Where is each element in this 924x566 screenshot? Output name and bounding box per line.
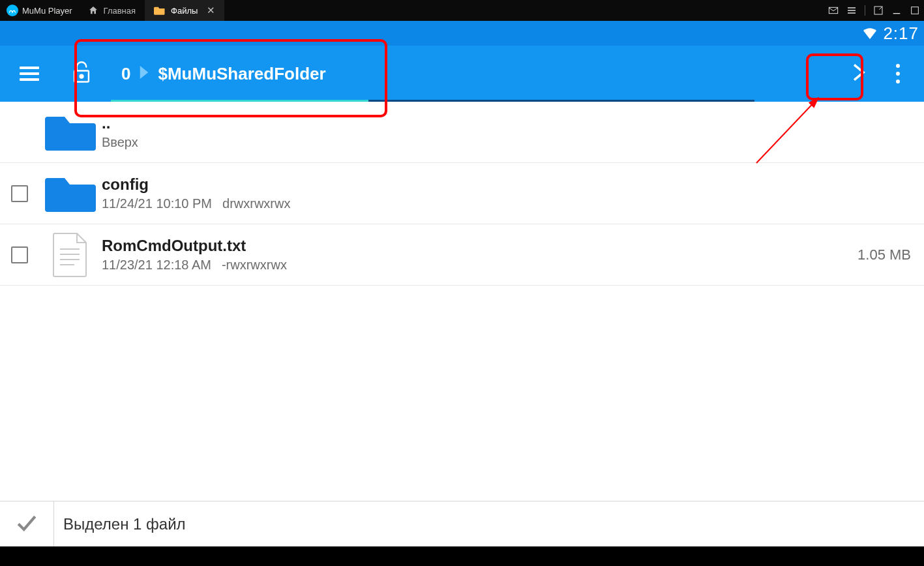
mail-icon[interactable] (828, 5, 839, 16)
android-nav-bar (0, 546, 924, 566)
item-name: RomCmdOutput.txt (102, 237, 857, 255)
forward-icon[interactable] (852, 63, 865, 84)
fullscreen-icon[interactable] (873, 5, 884, 16)
brand-label: MuMu Player (22, 6, 72, 16)
separator (865, 5, 865, 16)
chevron-right-icon (140, 66, 149, 82)
folder-icon (39, 112, 102, 153)
svg-rect-2 (912, 7, 919, 14)
item-name: .. (102, 114, 911, 132)
row-checkbox[interactable] (0, 246, 39, 263)
more-menu-icon[interactable] (890, 64, 906, 83)
item-sublabel: Вверх (102, 135, 911, 150)
breadcrumb-count: 0 (121, 64, 130, 84)
item-date: 11/23/21 12:18 AM (102, 258, 211, 273)
row-checkbox[interactable] (0, 185, 39, 202)
lock-open-icon[interactable] (72, 61, 91, 86)
maximize-icon[interactable] (910, 5, 920, 16)
minimize-icon[interactable] (891, 5, 902, 16)
list-item[interactable]: config 11/24/21 10:10 PM drwxrwxrwx (0, 163, 924, 224)
item-name: config (102, 175, 911, 194)
folder-icon (39, 173, 102, 215)
titlebar-controls (828, 0, 920, 21)
item-size: 1.05 MB (857, 246, 911, 263)
tab-home[interactable]: Главная (79, 0, 145, 21)
item-permissions: drwxrwxrwx (222, 196, 290, 211)
svg-rect-0 (829, 7, 837, 13)
file-list: .. Вверх config 11/24/21 10:10 PM drwxrw… (0, 102, 924, 286)
item-permissions: -rwxrwxrwx (222, 258, 287, 273)
tab-files-label: Файлы (171, 6, 198, 16)
mumu-logo-icon (7, 5, 18, 16)
tab-home-label: Главная (104, 6, 136, 16)
selection-text: Выделен 1 файл (63, 515, 186, 533)
close-icon[interactable]: ✕ (207, 5, 215, 16)
wifi-icon (862, 25, 878, 41)
tab-files[interactable]: Файлы ✕ (145, 0, 224, 21)
breadcrumb-folder[interactable]: $MuMuSharedFolder (158, 64, 325, 84)
app-bar: 0 $MuMuSharedFolder (0, 46, 924, 102)
emulator-brand: MuMu Player (0, 5, 79, 16)
menu-icon[interactable] (846, 5, 857, 16)
home-icon (88, 5, 98, 16)
check-icon[interactable] (16, 512, 38, 537)
file-icon (39, 232, 102, 278)
status-clock: 2:17 (883, 23, 919, 44)
folder-icon (154, 5, 166, 16)
item-date: 11/24/21 10:10 PM (102, 196, 212, 211)
separator (53, 501, 54, 547)
emulator-titlebar: MuMu Player Главная Файлы ✕ (0, 0, 924, 21)
list-item-up[interactable]: .. Вверх (0, 102, 924, 163)
svg-point-4 (80, 75, 83, 78)
hamburger-menu[interactable] (20, 64, 39, 83)
storage-progress (111, 100, 754, 102)
list-item[interactable]: RomCmdOutput.txt 11/23/21 12:18 AM -rwxr… (0, 224, 924, 286)
selection-bar: Выделен 1 файл (0, 501, 924, 546)
android-status-bar: 2:17 (0, 21, 924, 46)
